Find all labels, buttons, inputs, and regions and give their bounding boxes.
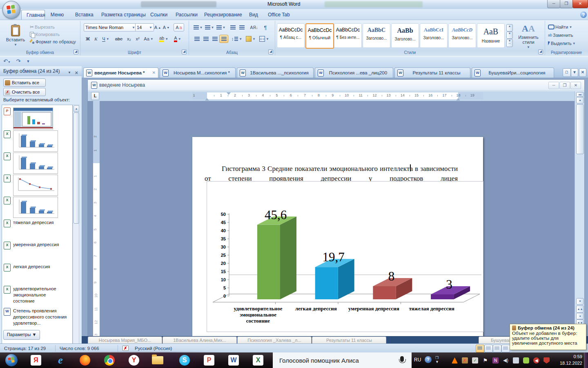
font-size-combobox[interactable]: 14▼ [135,23,154,31]
show-marks-button[interactable]: ¶ [261,23,270,31]
tray-icon-usb-ok[interactable]: ✓ [472,357,478,364]
taskbar-app-powerpoint[interactable]: P [200,354,218,367]
view-fullscreen-button[interactable] [484,345,493,352]
taskbar-app-start[interactable] [2,354,20,367]
clipboard-item-9[interactable]: WСтепень проявления депрессивного состоя… [4,308,68,326]
align-center-button[interactable] [201,35,210,43]
document-tab-0[interactable]: Wвведение Носырева *✕ [83,67,158,78]
clipboard-item-5[interactable]: Xтяжелая депрессия [4,220,68,227]
undo-button[interactable]: ↶▼ [2,58,11,65]
clipboard-item-4[interactable]: X [4,197,68,218]
spellcheck-icon[interactable]: ✗ [122,345,129,351]
tray-icon-flag[interactable]: ⚑ [482,357,488,364]
styles-scroll-down[interactable]: ▼ [506,31,513,39]
style-card--Без-инте-[interactable]: AaBbCcDc¶ Без инте... [334,23,362,48]
clipboard-item-6[interactable]: Xумеренная депрессия [4,242,68,249]
document-tab-3[interactable]: WПсихология ...ева _лиц200 [315,67,393,78]
find-button[interactable]: Найти▼ [548,23,587,31]
font-color-button[interactable]: А▼ [171,35,184,43]
tray-icon-volume[interactable]: ◀) [503,357,509,364]
style-card-Заголово-[interactable]: AaBbЗаголово... [391,23,419,48]
document-tab-1[interactable]: WНосырева М...сихология * [160,67,236,78]
italic-button[interactable]: К [92,35,100,43]
clock[interactable]: 0:59 18.12.2022 [560,353,582,366]
ribbon-tab-ссылки[interactable]: Ссылки [145,10,170,20]
style-card-Заголово-[interactable]: AaBbCcDЗаголово... [448,23,476,48]
vertical-scrollbar[interactable]: ▬ ▲ ▼ ▲▲ ● ▼▼ [575,91,585,337]
taskbar-app-firefox[interactable] [76,354,94,367]
multilevel-list-button[interactable]: ▼ [215,23,227,31]
style-card--Обычный[interactable]: AaBbCcDc¶ Обычный [305,23,334,49]
ribbon-tab-вид[interactable]: Вид [244,10,262,20]
tray-icon-punto[interactable] [523,357,529,364]
qat-customize-button[interactable]: ▼ [24,58,33,65]
browse-object-button[interactable]: ● [576,313,584,319]
highlight-button[interactable]: ab▼ [157,35,170,43]
document-page[interactable]: Гистограмма 3 Средние показатели эмоцион… [192,137,483,337]
view-print-layout-button[interactable] [476,345,484,352]
justify-button[interactable] [219,35,228,43]
superscript-button[interactable]: x² [133,35,142,43]
view-web-layout-button[interactable] [493,345,501,352]
taskbar-app-yandex-browser[interactable]: Y [125,354,143,367]
ribbon-tab-меню[interactable]: Меню [45,10,69,20]
sort-button[interactable]: АЯ↓ [248,23,260,31]
clipboard-item-1[interactable]: X [4,130,68,152]
bottom-document-tab-3[interactable]: Результаты 11 классы [312,337,386,344]
left-indent-marker[interactable] [205,96,209,101]
scroll-up-arrow[interactable]: ▲ [576,97,584,103]
line-spacing-button[interactable]: ↕▼ [231,35,243,43]
taskbar-app-yandex[interactable]: Я [27,354,45,367]
show-desktop-button[interactable] [584,352,588,368]
ruler-toggle-button[interactable]: ▬ [576,92,584,97]
clipboard-dialog-launcher[interactable]: ◢ [74,49,78,54]
tab-list-dropdown[interactable]: ▼ [571,68,578,77]
language-switcher[interactable]: RU [414,357,421,363]
options-button[interactable]: Параметры ▼ [3,330,40,340]
document-tab-close-icon[interactable]: ✕ [152,68,156,78]
vertical-ruler[interactable]: 2112345678910111213 [93,101,100,337]
clear-all-button[interactable]: ✗ Очистить все [3,88,46,96]
styles-more-button[interactable]: ▼─ [506,39,513,47]
taskbar-app-chrome[interactable] [100,354,118,367]
child-close-button[interactable]: ✕ [570,82,581,89]
decrease-indent-button[interactable] [228,23,237,31]
pane-close-icon[interactable]: ✕ [75,68,78,78]
taskbar-app-excel[interactable]: X [249,354,267,367]
child-minimize-button[interactable]: ─ [548,82,559,89]
clipboard-pane-header[interactable]: Буфер обмена (24 из 24) ▼ ✕ [0,66,82,76]
tray-icon-volume-loud[interactable]: ◀ [533,357,539,364]
horizontal-ruler[interactable]: 112345678910111213141516171819 [192,92,483,99]
bottom-document-tab-1[interactable]: 1Васильева Алина,Мих... [163,337,237,344]
pane-scroll-thumb[interactable] [74,112,79,224]
child-window-titlebar[interactable]: W введение Носырева ─ ❐ ✕ [88,80,584,91]
clipboard-item-3[interactable]: X [4,175,68,196]
bottom-document-tab-0[interactable]: Носырева Мария_МБО... [88,337,162,344]
tray-icon-network[interactable] [513,357,519,364]
replace-button[interactable]: ab Заменить [548,31,587,39]
strikethrough-button[interactable]: abe [113,35,125,43]
document-tab-5[interactable]: WБушуеваИри...социология [472,67,554,78]
tray-expand-icon[interactable]: ❐▼ [435,356,439,364]
style-card-Заголово-[interactable]: AaBbCcIЗаголово... [420,23,448,48]
styles-scroll-up[interactable]: ▲ [506,24,513,31]
paste-all-button[interactable]: Вставить все [3,79,46,87]
new-document-tab-button[interactable]: 🗋 [563,68,571,77]
numbering-button[interactable]: ▼ [204,23,215,31]
document-tab-2[interactable]: W1Васильева ..._психология [237,67,314,78]
tray-icon-shield[interactable] [543,357,550,364]
tray-icon-avast[interactable] [452,357,458,364]
ribbon-tab-вставка[interactable]: Вставка [70,10,96,20]
style-card-Название[interactable]: АаВНазвание [477,23,505,48]
clipboard-item-7[interactable]: Xлегкая депрессия [4,264,68,272]
word-count[interactable]: Число слов: 9 066 [60,345,99,352]
tab-close-button[interactable]: ✕ [579,68,586,77]
clipboard-item-8[interactable]: Xудовлетворительное эмоциональное состоя… [4,286,68,304]
font-name-combobox[interactable]: Times New Roman▼ [84,23,137,31]
microphone-icon[interactable] [400,356,404,362]
paste-button[interactable]: Вставить ▼ [3,22,28,49]
grow-font-button[interactable]: A▲ [153,23,162,31]
bottom-document-tab-2[interactable]: Психология _Халева _л... [237,337,312,344]
minimize-button[interactable]: ─ [547,0,560,8]
clear-formatting-button[interactable]: Aa [174,23,184,31]
